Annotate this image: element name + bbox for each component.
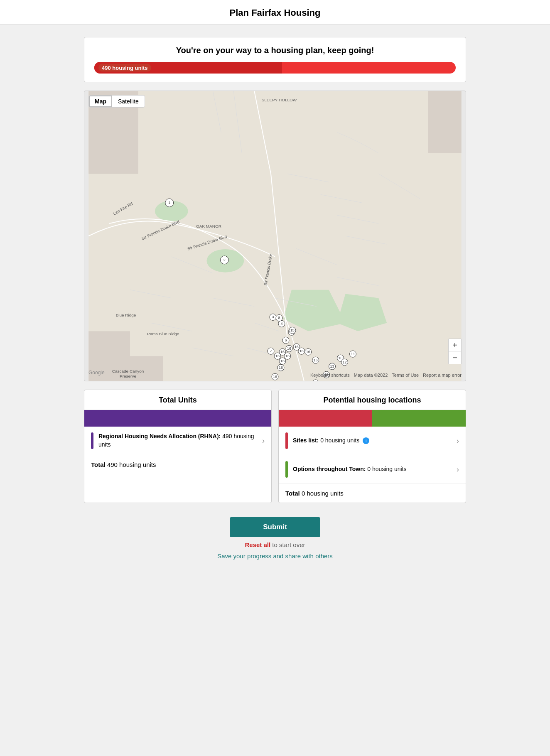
progress-bar-label: 490 housing units	[98, 64, 151, 72]
svg-text:16: 16	[285, 354, 290, 358]
total-units-total: Total 490 housing units	[84, 455, 271, 474]
svg-text:16: 16	[273, 375, 277, 379]
map-tab-satellite[interactable]: Satellite	[112, 96, 145, 107]
save-link[interactable]: Save your progress and share with others	[217, 552, 333, 560]
sites-info-icon[interactable]: i	[363, 437, 369, 444]
svg-text:Cascade Canyon: Cascade Canyon	[112, 369, 144, 373]
svg-text:10: 10	[339, 356, 343, 360]
sites-list-item[interactable]: Sites list: 0 housing units i ›	[279, 427, 466, 455]
svg-text:Google: Google	[88, 370, 105, 376]
rhna-text: Regional Housing Needs Allocation (RHNA)…	[98, 432, 259, 449]
sites-text: Sites list: 0 housing units i	[293, 437, 453, 445]
keyboard-shortcuts-link[interactable]: Keyboard shortcuts	[310, 373, 350, 378]
progress-bar-container: 490 housing units	[94, 62, 456, 74]
terms-of-use-link[interactable]: Terms of Use	[392, 373, 419, 378]
map-data-label: Map data ©2022	[354, 373, 388, 378]
rhna-color-indicator	[91, 432, 93, 449]
svg-text:16: 16	[280, 359, 285, 363]
potential-housing-panel: Potential housing locations Sites list: …	[278, 390, 466, 503]
svg-text:Pams Blue Ridge: Pams Blue Ridge	[147, 331, 179, 336]
page-title: Plan Fairfax Housing	[0, 0, 550, 25]
map-tab-map[interactable]: Map	[89, 96, 112, 107]
progress-card: You're on your way to a housing plan, ke…	[84, 37, 466, 82]
svg-text:7: 7	[270, 349, 272, 353]
total-units-panel: Total Units Regional Housing Needs Alloc…	[84, 390, 272, 503]
svg-text:3: 3	[272, 315, 274, 319]
options-item[interactable]: Options throughout Town: 0 housing units…	[279, 455, 466, 484]
svg-text:16: 16	[300, 349, 304, 353]
options-arrow-icon: ›	[457, 465, 459, 474]
map-zoom-controls: + −	[448, 339, 462, 364]
bottom-panels: Total Units Regional Housing Needs Alloc…	[84, 390, 466, 503]
zoom-in-button[interactable]: +	[449, 339, 461, 351]
svg-text:16: 16	[314, 358, 318, 362]
map-footer: Keyboard shortcuts Map data ©2022 Terms …	[310, 373, 462, 378]
report-error-link[interactable]: Report a map error	[423, 373, 462, 378]
svg-text:16: 16	[287, 346, 291, 351]
reset-link[interactable]: Reset all	[245, 541, 270, 548]
svg-text:Blue Ridge: Blue Ridge	[116, 313, 136, 317]
reset-text: Reset all to start over	[245, 541, 305, 548]
svg-text:15: 15	[290, 328, 295, 332]
svg-text:11: 11	[351, 352, 355, 356]
zoom-out-button[interactable]: −	[449, 351, 461, 364]
svg-text:Preserve: Preserve	[120, 374, 136, 378]
total-units-title: Total Units	[84, 390, 271, 410]
sites-color-indicator	[285, 432, 288, 449]
map-container: Map Satellite	[84, 91, 466, 381]
svg-text:16: 16	[275, 354, 280, 358]
rhna-item[interactable]: Regional Housing Needs Allocation (RHNA)…	[84, 427, 271, 455]
google-logo: Google	[88, 368, 109, 378]
svg-text:6: 6	[285, 338, 287, 342]
total-units-color-bar	[84, 410, 271, 427]
options-color-indicator	[285, 461, 288, 478]
potential-housing-color-bar	[279, 410, 466, 427]
svg-text:16: 16	[295, 345, 299, 349]
potential-housing-title: Potential housing locations	[279, 390, 466, 410]
svg-text:OAK MANOR: OAK MANOR	[196, 224, 221, 228]
map-controls: Map Satellite	[88, 95, 145, 108]
sites-arrow-icon: ›	[457, 437, 459, 445]
split-green-bar	[372, 410, 466, 427]
progress-heading: You're on your way to a housing plan, ke…	[94, 46, 456, 55]
submit-section: Submit Reset all to start over Save your…	[84, 513, 466, 572]
svg-text:8: 8	[278, 316, 280, 320]
split-red-bar	[279, 410, 372, 427]
options-text: Options throughout Town: 0 housing units	[293, 465, 453, 474]
svg-text:16: 16	[280, 350, 285, 354]
potential-total: Total 0 housing units	[279, 484, 466, 503]
svg-text:16: 16	[306, 350, 310, 354]
svg-text:13: 13	[330, 364, 334, 368]
svg-text:SLEEPY HOLLOW: SLEEPY HOLLOW	[262, 98, 297, 102]
rhna-arrow-icon: ›	[262, 437, 265, 445]
submit-button[interactable]: Submit	[230, 517, 320, 537]
svg-text:4: 4	[280, 322, 282, 326]
svg-text:1: 1	[168, 201, 170, 205]
svg-text:16: 16	[279, 366, 283, 370]
svg-text:12: 12	[343, 360, 347, 364]
svg-text:2: 2	[223, 258, 226, 262]
svg-marker-2	[428, 91, 462, 153]
